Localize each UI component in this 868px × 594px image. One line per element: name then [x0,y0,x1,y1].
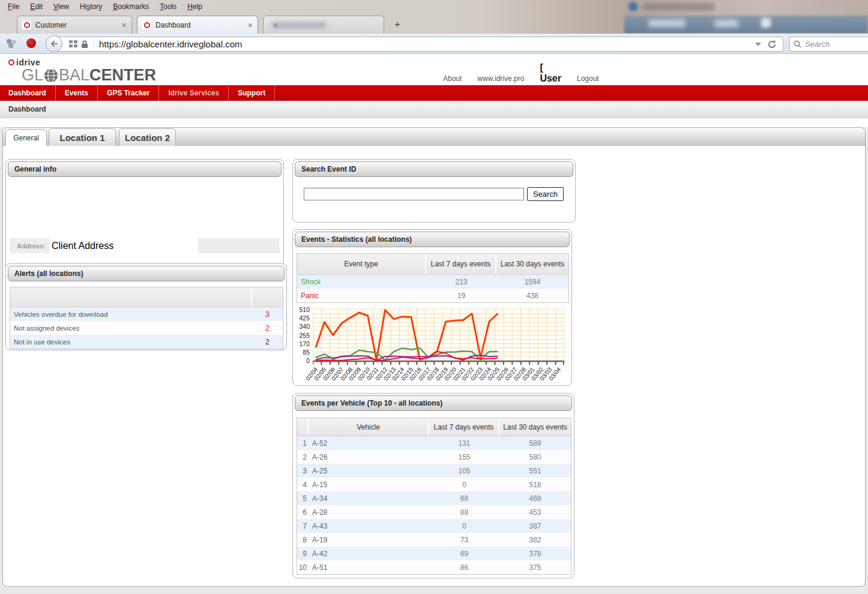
blurred-background-window-glyph [761,18,771,28]
vehicle-row: 7A-430387 [297,519,571,533]
alert-value: 2 [252,335,283,349]
address-value: Client Address [49,241,113,251]
vehicle-last30: 580 [499,450,571,464]
blurred-tab-title [272,22,326,29]
vehicle-last7: 86 [429,560,499,574]
vehicle-last30: 378 [499,547,571,560]
tab-favicon-icon [22,20,31,29]
tab-close-icon[interactable]: × [248,21,253,29]
browser-tab-customer[interactable]: Customer× [17,16,132,34]
tab-location-1[interactable]: Location 1 [49,128,116,146]
logo-gl-text: GL [22,66,43,85]
vehicle-last30: 518 [499,478,571,491]
vehicle-last7: 131 [429,436,499,450]
y-axis-label: 0 [294,357,310,364]
reload-icon[interactable] [767,40,777,49]
vehicle-name: A-26 [309,450,429,464]
menu-edit[interactable]: Edit [26,1,47,12]
nav-item-idrive-services[interactable]: Idrive Services [159,85,229,101]
alerts-table: Vehicles overdue for download3Not assign… [10,287,283,349]
tab-location-2[interactable]: Location 2 [119,128,176,146]
blurred-background-window-text2 [714,20,738,27]
browser-menubar: FileEditViewHistoryBookmarksToolsHelp [4,1,206,12]
back-button[interactable] [46,35,62,52]
menu-file[interactable]: File [4,1,23,12]
vehicle-name: A-34 [309,491,429,505]
y-axis-label: 340 [294,323,310,330]
record-indicator-icon[interactable] [26,38,36,48]
blurred-background-window-title [642,3,714,11]
browser-search-box[interactable] [789,37,868,52]
site-identity-chip[interactable] [69,40,94,49]
vehicle-name: A-15 [309,478,429,491]
breadcrumb-bar: Dashboard [0,101,868,118]
back-arrow-icon [49,39,59,49]
lock-icon [81,40,88,49]
vehicle-row: 4A-150518 [297,478,571,491]
extension-paw-icon[interactable] [5,37,18,50]
vehicle-name: A-43 [309,519,429,533]
event-id-input[interactable] [304,188,524,200]
vehicle-rank: 9 [297,547,309,560]
url-dropdown-icon[interactable] [755,43,761,46]
y-axis-label: 170 [294,340,310,347]
vehicle-last30: 382 [499,533,571,547]
vehicle-name: A-52 [309,436,429,450]
nav-item-dashboard[interactable]: Dashboard [0,85,56,101]
logo-center-text: CENTER [89,66,156,85]
search-icon [794,40,801,48]
main-navigation: DashboardEventsGPS TrackerIdrive Service… [0,85,868,101]
browser-tab-blurred[interactable]: × [263,16,384,34]
nav-item-support[interactable]: Support [229,85,275,101]
tab-general[interactable]: General [5,129,47,146]
alert-label: Not assigned devices [10,321,252,335]
column-vehicle: Vehicle [309,418,429,436]
vehicle-last30: 589 [499,436,571,450]
menu-tools[interactable]: Tools [155,1,181,12]
breadcrumb: Dashboard [0,105,46,113]
about-link[interactable]: About [443,74,462,83]
logout-link[interactable]: Logout [577,74,599,83]
vehicle-last30: 453 [499,505,571,519]
logo-bal-text: BAL [59,66,89,85]
alert-row: Not in use devices2 [10,335,283,349]
vehicle-rank: 8 [297,533,309,547]
alert-value: 2 [252,321,283,335]
column-vehicle-last30: Last 30 days events [499,418,571,436]
alert-row: Vehicles overdue for download3 [10,307,283,321]
event-search-button[interactable]: Search [527,187,564,201]
logo-ring-icon [8,59,14,65]
menu-view[interactable]: View [49,1,73,12]
url-input[interactable] [94,39,755,49]
column-vehicle-last7: Last 7 days events [429,418,499,436]
vehicle-row: 6A-2888453 [297,505,571,519]
idrive-pro-link[interactable]: www.idrive.pro [477,74,524,83]
nav-item-gps-tracker[interactable]: GPS Tracker [98,85,159,101]
logo: idrive GL BAL CENTER [8,58,156,85]
vehicle-rank: 7 [297,519,309,533]
vehicle-rank: 2 [297,450,309,464]
vehicle-last7: 69 [429,547,499,560]
vehicle-rank: 10 [297,560,309,574]
vehicle-row: 9A-4269378 [297,547,571,560]
new-tab-button[interactable]: + [390,18,405,31]
y-axis-label: 255 [294,332,310,339]
vehicle-last7: 0 [429,519,499,533]
alert-label: Vehicles overdue for download [10,307,252,321]
vehicle-rank: 4 [297,478,309,491]
nav-item-events[interactable]: Events [56,85,98,101]
menu-history[interactable]: History [76,1,106,12]
vehicle-rank: 3 [297,464,309,478]
tab-close-icon[interactable]: × [122,21,127,29]
search-event-panel: Search Event ID Search [292,159,576,223]
browser-tab-dashboard[interactable]: Dashboard× [137,16,258,34]
address-bar[interactable] [55,37,783,52]
browser-search-input[interactable] [805,40,859,49]
dashboard-container: GeneralLocation 1Location 2 General info… [2,127,866,587]
tab-title: Dashboard [155,21,243,29]
vehicle-last7: 73 [429,533,499,547]
globe-icon [44,68,58,83]
location-tabstrip: GeneralLocation 1Location 2 [3,128,865,146]
menu-help[interactable]: Help [183,1,206,12]
menu-bookmarks[interactable]: Bookmarks [109,1,153,12]
